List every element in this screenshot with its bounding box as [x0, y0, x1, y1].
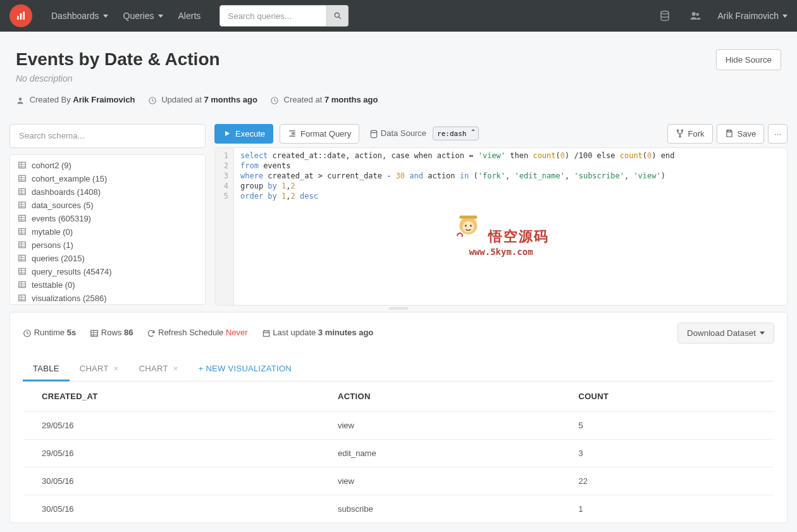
more-button[interactable]: ···: [768, 124, 788, 144]
tab-new-visualization[interactable]: + NEW VISUALIZATION: [188, 356, 302, 381]
table-icon: [18, 174, 27, 183]
svg-rect-0: [17, 16, 19, 20]
created-by: Created By Arik Fraimovich: [16, 95, 135, 105]
table-icon: [18, 280, 27, 289]
table-icon: [90, 329, 99, 338]
nav-queries[interactable]: Queries: [116, 0, 171, 32]
app-logo[interactable]: [9, 4, 32, 27]
table-cell: 5: [559, 411, 774, 439]
schema-item[interactable]: persons (1): [10, 238, 205, 252]
nav-alerts[interactable]: Alerts: [171, 0, 209, 32]
table-icon: [18, 201, 27, 209]
schema-item[interactable]: dashboards (1408): [10, 185, 205, 199]
table-icon: [18, 240, 27, 249]
svg-point-8: [19, 97, 22, 101]
svg-rect-35: [263, 331, 269, 337]
svg-rect-14: [19, 202, 26, 207]
schema-item[interactable]: events (605319): [10, 212, 205, 225]
created-at: Created at 7 months ago: [270, 95, 378, 105]
fork-button[interactable]: Fork: [667, 124, 713, 144]
schema-item[interactable]: cohort_example (15): [10, 172, 205, 185]
execute-button[interactable]: Execute: [214, 124, 273, 144]
schema-item[interactable]: testtable (0): [10, 278, 205, 292]
svg-rect-34: [91, 330, 98, 336]
schema-search-input[interactable]: [9, 124, 206, 148]
table-header[interactable]: CREATED_AT: [23, 381, 319, 412]
data-source-select[interactable]: re:dash: [433, 127, 479, 140]
svg-point-26: [679, 136, 680, 137]
user-menu[interactable]: Arik Fraimovich: [710, 0, 788, 32]
svg-point-6: [691, 12, 695, 16]
editor-code[interactable]: select created_at::date, action, case wh…: [234, 148, 787, 305]
database-icon: [659, 10, 670, 22]
table-cell: 22: [559, 467, 774, 495]
table-icon: [18, 161, 27, 170]
table-cell: subscribe: [319, 495, 560, 523]
schema-panel: cohort2 (9)cohort_example (15)dashboards…: [9, 124, 206, 306]
svg-rect-1: [20, 13, 22, 20]
datasources-icon[interactable]: [653, 4, 676, 27]
last-update: Last update 3 minutes ago: [262, 328, 374, 338]
table-header[interactable]: ACTION: [319, 381, 560, 412]
schema-item[interactable]: queries (2015): [10, 252, 205, 265]
save-icon: [725, 129, 734, 138]
chevron-down-icon: [782, 15, 788, 18]
table-header[interactable]: COUNT: [559, 381, 774, 412]
updated-at: Updated at 7 months ago: [148, 95, 257, 105]
data-source-label: Data Source: [369, 128, 426, 139]
barchart-icon: [16, 11, 26, 21]
schema-item[interactable]: query_results (45474): [10, 265, 205, 278]
fork-icon: [676, 129, 684, 138]
users-icon: [689, 10, 701, 22]
sql-editor[interactable]: 12345 select created_at::date, action, c…: [214, 147, 788, 306]
refresh-schedule[interactable]: Refresh Schedule Never: [147, 328, 247, 338]
schema-item[interactable]: visualizations (2586): [10, 292, 205, 305]
clock-icon: [23, 329, 32, 338]
download-dataset-button[interactable]: Download Dataset: [677, 323, 774, 343]
svg-rect-21: [19, 295, 26, 300]
table-cell: view: [319, 411, 560, 439]
table-row: 29/05/16view5: [23, 411, 774, 439]
table-icon: [18, 267, 27, 276]
tab-chart-1[interactable]: CHART×: [70, 356, 129, 381]
page-description: No description: [16, 73, 716, 84]
svg-rect-11: [19, 162, 26, 168]
database-icon: [369, 130, 378, 139]
format-query-button[interactable]: Format Query: [280, 124, 359, 144]
table-cell: edit_name: [319, 439, 560, 467]
close-icon[interactable]: ×: [173, 364, 178, 373]
search-icon: [333, 11, 342, 20]
svg-rect-19: [19, 268, 26, 274]
svg-rect-17: [19, 242, 26, 247]
save-button[interactable]: Save: [717, 124, 765, 144]
schema-item[interactable]: data_sources (5): [10, 199, 205, 212]
svg-point-3: [335, 13, 339, 17]
schema-item[interactable]: cohort2 (9): [10, 159, 205, 172]
indent-icon: [288, 129, 297, 138]
svg-rect-12: [19, 175, 26, 181]
global-search-button[interactable]: [327, 5, 349, 27]
clock-icon: [148, 96, 157, 105]
table-cell: 30/05/16: [23, 495, 319, 523]
svg-line-4: [339, 17, 341, 19]
close-icon[interactable]: ×: [114, 364, 119, 373]
table-row: 29/05/16edit_name3: [23, 439, 774, 467]
table-icon: [18, 214, 27, 223]
hide-source-button[interactable]: Hide Source: [716, 49, 781, 70]
results-table: CREATED_ATACTIONCOUNT 29/05/16view529/05…: [23, 381, 774, 523]
svg-rect-15: [19, 215, 26, 221]
table-cell: view: [319, 467, 560, 495]
table-row: 30/05/16view22: [23, 467, 774, 495]
tab-chart-2[interactable]: CHART×: [129, 356, 188, 381]
schema-item[interactable]: mytable (0): [10, 225, 205, 238]
calendar-icon: [262, 329, 271, 338]
resize-handle[interactable]: [0, 306, 797, 312]
tab-table[interactable]: TABLE: [23, 356, 70, 381]
nav-dashboards[interactable]: Dashboards: [44, 0, 116, 32]
table-icon: [18, 254, 27, 263]
chevron-down-icon: [103, 15, 108, 18]
rows: Rows 86: [90, 328, 133, 338]
table-icon: [18, 294, 27, 302]
global-search-input[interactable]: [219, 5, 327, 27]
users-icon-button[interactable]: [684, 4, 707, 27]
